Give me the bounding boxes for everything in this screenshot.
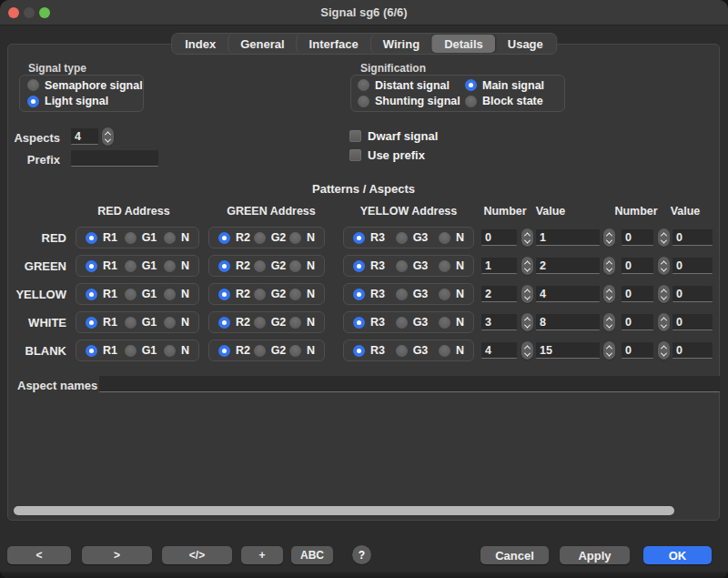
number1-input[interactable] — [481, 314, 517, 330]
radio-distant-signal[interactable]: Distant signal — [358, 79, 465, 92]
radio-option-r3[interactable]: R3 — [353, 316, 385, 329]
radio-option-n[interactable]: N — [439, 316, 464, 329]
tab-interface[interactable]: Interface — [297, 35, 370, 53]
number1-input[interactable] — [481, 286, 517, 302]
radio-option-g2[interactable]: G2 — [254, 316, 287, 329]
radio-option-g1[interactable]: G1 — [125, 344, 157, 357]
number2-stepper[interactable] — [658, 285, 670, 303]
value2-input[interactable] — [672, 229, 713, 246]
xml-source-button[interactable]: </> — [162, 546, 232, 564]
cancel-button[interactable]: Cancel — [480, 546, 549, 564]
radio-option-n[interactable]: N — [164, 316, 189, 329]
radio-option-n[interactable]: N — [289, 344, 315, 357]
number2-input[interactable] — [622, 229, 653, 246]
radio-option-g3[interactable]: G3 — [396, 316, 429, 329]
apply-button[interactable]: Apply — [560, 546, 630, 564]
radio-option-r1[interactable]: R1 — [86, 288, 117, 300]
number2-input[interactable] — [622, 286, 653, 302]
value1-stepper[interactable] — [603, 313, 615, 331]
radio-option-g2[interactable]: G2 — [254, 344, 287, 357]
radio-option-r2[interactable]: R2 — [218, 231, 250, 244]
value1-input[interactable] — [536, 286, 600, 302]
value1-stepper[interactable] — [603, 257, 615, 275]
abc-button[interactable]: ABC — [291, 546, 333, 564]
aspect-names-input[interactable] — [99, 376, 720, 392]
value1-input[interactable] — [536, 258, 600, 274]
radio-option-g1[interactable]: G1 — [125, 288, 157, 300]
value1-input[interactable] — [536, 229, 600, 246]
radio-option-n[interactable]: N — [164, 344, 189, 357]
radio-option-n[interactable]: N — [289, 231, 315, 244]
radio-option-r1[interactable]: R1 — [86, 316, 117, 329]
radio-option-n[interactable]: N — [439, 231, 464, 244]
radio-option-n[interactable]: N — [439, 259, 464, 272]
number1-stepper[interactable] — [521, 257, 533, 275]
radio-option-r1[interactable]: R1 — [86, 259, 117, 272]
radio-option-n[interactable]: N — [289, 316, 315, 329]
radio-option-r3[interactable]: R3 — [353, 288, 385, 300]
radio-option-g2[interactable]: G2 — [254, 288, 287, 300]
number1-stepper[interactable] — [521, 341, 533, 360]
radio-shunting-signal[interactable]: Shunting signal — [358, 95, 465, 107]
radio-option-g3[interactable]: G3 — [396, 288, 429, 300]
radio-option-n[interactable]: N — [289, 288, 315, 300]
tab-general[interactable]: General — [228, 35, 296, 53]
number2-input[interactable] — [622, 314, 653, 330]
value2-input[interactable] — [672, 258, 713, 274]
radio-option-n[interactable]: N — [289, 259, 315, 272]
radio-option-r3[interactable]: R3 — [353, 344, 385, 357]
number2-stepper[interactable] — [658, 228, 670, 247]
radio-option-r2[interactable]: R2 — [218, 344, 250, 357]
ok-button[interactable]: OK — [643, 546, 712, 564]
number2-stepper[interactable] — [658, 313, 670, 331]
tab-usage[interactable]: Usage — [495, 35, 555, 53]
radio-option-n[interactable]: N — [164, 259, 189, 272]
number2-stepper[interactable] — [658, 257, 670, 275]
radio-semaphore-signal[interactable]: Semaphore signal — [27, 79, 143, 92]
radio-option-g3[interactable]: G3 — [396, 259, 429, 272]
value2-input[interactable] — [672, 342, 713, 359]
value2-input[interactable] — [672, 286, 713, 302]
horizontal-scrollbar[interactable] — [14, 506, 674, 515]
help-button[interactable]: ? — [352, 545, 371, 564]
radio-option-r2[interactable]: R2 — [218, 288, 250, 300]
radio-option-r2[interactable]: R2 — [218, 316, 250, 329]
radio-option-g1[interactable]: G1 — [125, 259, 157, 272]
radio-option-g3[interactable]: G3 — [396, 344, 429, 357]
add-button[interactable]: + — [241, 546, 283, 564]
number1-stepper[interactable] — [521, 228, 533, 247]
radio-block-state[interactable]: Block state — [465, 95, 564, 107]
aspects-stepper[interactable] — [102, 127, 114, 146]
previous-button[interactable]: < — [7, 546, 71, 564]
value2-input[interactable] — [672, 314, 713, 330]
number1-input[interactable] — [481, 342, 517, 359]
number2-input[interactable] — [622, 258, 653, 274]
radio-option-n[interactable]: N — [439, 288, 464, 300]
tab-index[interactable]: Index — [173, 35, 228, 53]
number2-input[interactable] — [622, 342, 653, 359]
radio-option-r3[interactable]: R3 — [353, 259, 385, 272]
use-prefix-checkbox[interactable]: Use prefix — [349, 148, 425, 162]
number1-stepper[interactable] — [521, 313, 533, 331]
tab-wiring[interactable]: Wiring — [370, 35, 431, 53]
number1-input[interactable] — [481, 229, 517, 246]
radio-option-g2[interactable]: G2 — [254, 259, 287, 272]
radio-light-signal[interactable]: Light signal — [27, 95, 143, 107]
radio-option-r2[interactable]: R2 — [218, 259, 250, 272]
radio-option-r1[interactable]: R1 — [86, 344, 117, 357]
value1-stepper[interactable] — [603, 285, 615, 303]
value1-stepper[interactable] — [603, 228, 615, 247]
number2-stepper[interactable] — [658, 341, 670, 360]
prefix-input[interactable] — [71, 150, 158, 167]
radio-option-g1[interactable]: G1 — [125, 316, 157, 329]
radio-option-r1[interactable]: R1 — [86, 231, 117, 244]
radio-option-g2[interactable]: G2 — [254, 231, 287, 244]
radio-main-signal[interactable]: Main signal — [465, 79, 564, 92]
radio-option-g1[interactable]: G1 — [125, 231, 157, 244]
value1-stepper[interactable] — [603, 341, 615, 360]
radio-option-g3[interactable]: G3 — [396, 231, 429, 244]
radio-option-n[interactable]: N — [439, 344, 464, 357]
radio-option-r3[interactable]: R3 — [353, 231, 385, 244]
number1-stepper[interactable] — [521, 285, 533, 303]
radio-option-n[interactable]: N — [164, 231, 189, 244]
